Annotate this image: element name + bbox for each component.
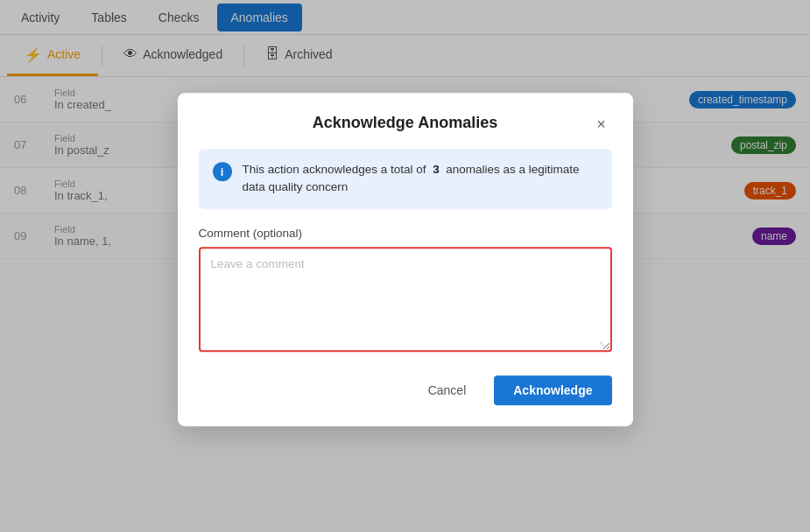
modal-title: Acknowledge Anomalies: [220, 114, 591, 132]
info-banner: i This action acknowledges a total of 3 …: [199, 149, 612, 209]
comment-label: Comment (optional): [199, 227, 612, 240]
acknowledge-button[interactable]: Acknowledge: [494, 375, 611, 405]
info-icon: i: [213, 162, 232, 181]
modal-body: i This action acknowledges a total of 3 …: [178, 149, 633, 375]
modal-footer: Cancel Acknowledge: [178, 375, 633, 426]
modal-close-button[interactable]: ×: [591, 114, 612, 135]
comment-textarea[interactable]: [199, 247, 612, 352]
info-text-before: This action acknowledges a total of: [243, 163, 426, 176]
anomaly-count: 3: [433, 163, 440, 176]
resize-handle-icon: ⤡: [598, 339, 607, 351]
cancel-button[interactable]: Cancel: [411, 375, 484, 405]
info-text: This action acknowledges a total of 3 an…: [243, 161, 598, 197]
modal-header: Acknowledge Anomalies ×: [178, 93, 633, 149]
acknowledge-anomalies-modal: Acknowledge Anomalies × i This action ac…: [178, 93, 633, 426]
